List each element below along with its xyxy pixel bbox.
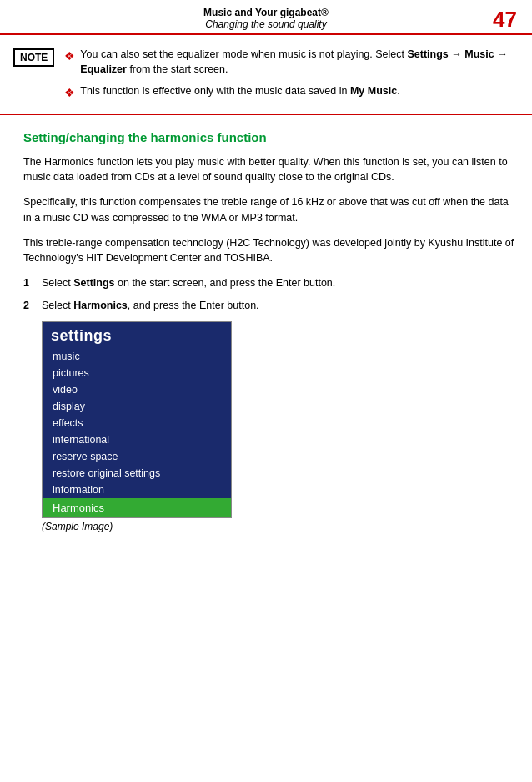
main-content: Setting/changing the harmonics function …	[0, 115, 532, 545]
step-1-text: Select Settings on the start screen, and…	[42, 275, 517, 290]
section-heading: Setting/changing the harmonics function	[23, 130, 517, 144]
screenshot-caption: (Sample Image)	[42, 521, 517, 532]
note-bold-1: Settings → Music → Equalizer	[80, 48, 507, 75]
settings-menu-item: music	[43, 348, 231, 365]
header-sub-line: Changing the sound quality	[0, 18, 532, 30]
settings-menu-item: pictures	[43, 365, 231, 381]
settings-menu-item: effects	[43, 415, 231, 431]
settings-menu-item: video	[43, 381, 231, 398]
paragraph-3: This treble-range compensation technolog…	[23, 235, 517, 267]
settings-menu: musicpicturesvideodisplayeffectsinternat…	[43, 348, 231, 517]
paragraph-1: The Harmonics function lets you play mus…	[23, 154, 517, 186]
step-2-text: Select Harmonics, and press the Enter bu…	[42, 298, 517, 313]
paragraph-2: Specifically, this function compensates …	[23, 194, 517, 226]
settings-menu-item: restore original settings	[43, 465, 231, 482]
page-header: Music and Your gigabeat® Changing the so…	[0, 0, 532, 35]
step-2-bold: Harmonics	[73, 300, 128, 311]
settings-menu-item: display	[43, 398, 231, 415]
note-item-2: ❖ This function is effective only with t…	[64, 83, 519, 101]
settings-title: settings	[43, 322, 231, 348]
settings-menu-item: reserve space	[43, 448, 231, 465]
page-number: 47	[493, 7, 517, 33]
bullet-icon-2: ❖	[64, 84, 75, 101]
step-2-number: 2	[23, 298, 42, 313]
step-1-bold: Settings	[73, 277, 114, 289]
settings-screenshot: settings musicpicturesvideodisplayeffect…	[42, 321, 232, 518]
note-item-1: ❖ You can also set the equalizer mode wh…	[64, 47, 519, 77]
header-top-line: Music and Your gigabeat®	[0, 7, 532, 18]
note-bold-2: My Music	[350, 85, 397, 97]
note-text-1: You can also set the equalizer mode when…	[80, 47, 519, 77]
note-text-2: This function is effective only with the…	[80, 83, 399, 98]
note-content: ❖ You can also set the equalizer mode wh…	[64, 47, 519, 102]
step-2: 2 Select Harmonics, and press the Enter …	[23, 298, 517, 313]
note-section: NOTE ❖ You can also set the equalizer mo…	[0, 35, 532, 115]
bullet-icon-1: ❖	[64, 48, 75, 64]
note-label: NOTE	[13, 48, 54, 67]
settings-menu-item: information	[43, 482, 231, 498]
settings-menu-item: international	[43, 431, 231, 448]
step-1-number: 1	[23, 275, 42, 290]
settings-menu-item: Harmonics	[43, 498, 231, 517]
step-1: 1 Select Settings on the start screen, a…	[23, 275, 517, 290]
